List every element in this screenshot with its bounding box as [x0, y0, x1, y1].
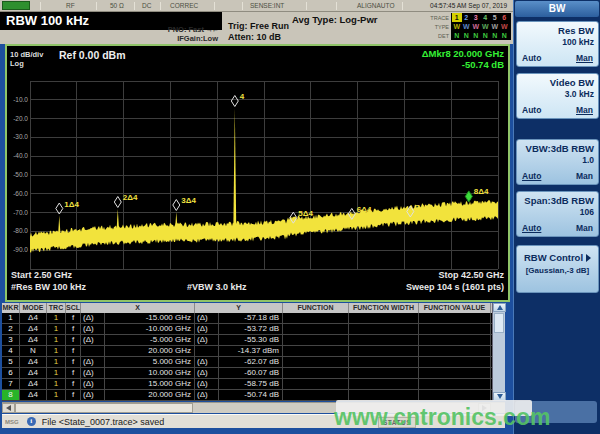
- cell: -10.000 GHz: [105, 324, 195, 334]
- cell: [283, 368, 349, 378]
- marker-diamond-8[interactable]: [465, 191, 472, 202]
- marker-table-row-5[interactable]: 5Δ41f(Δ)5.000 GHz(Δ)-62.07 dB: [2, 357, 505, 368]
- cell: Δ4: [20, 335, 47, 345]
- trace-1-indicator[interactable]: 1: [452, 13, 462, 22]
- cell: (Δ): [195, 357, 219, 367]
- trace-4-indicator[interactable]: 4: [481, 13, 491, 22]
- status-item-correc: CORREC: [170, 2, 198, 9]
- annotation-bar: RBW 100 kHz PNO: Fast →← IFGain:Low Trig…: [0, 12, 513, 44]
- col-header-mkr: MKR: [2, 303, 20, 313]
- lan-status-indicator: [2, 1, 30, 10]
- det-values[interactable]: NNNNNN: [451, 31, 511, 40]
- cell: -57.18 dB: [219, 313, 283, 323]
- marker-table-row-2[interactable]: 2Δ41f(Δ)-10.000 GHz(Δ)-53.72 dB: [2, 324, 505, 335]
- trace-6-indicator[interactable]: 6: [500, 13, 510, 22]
- cell: f: [66, 368, 81, 378]
- cell: [349, 313, 419, 323]
- marker-table-row-6[interactable]: 6Δ41f(Δ)10.000 GHz(Δ)-60.07 dB: [2, 368, 505, 379]
- trace-3-indicator[interactable]: 3: [471, 13, 481, 22]
- marker-label-7: 7Δ4: [415, 203, 430, 212]
- signal-spike-3: [175, 212, 178, 233]
- softkey-vbw-3db-rbw[interactable]: VBW:3dB RBW1.0AutoMan: [516, 139, 599, 185]
- cell: [349, 390, 419, 400]
- signal-spike-1: [58, 216, 61, 240]
- cell: [419, 313, 491, 323]
- softkey-auto-man: AutoMan: [522, 171, 593, 181]
- trace-values[interactable]: 123456: [451, 13, 511, 22]
- cell: [349, 379, 419, 389]
- trace-2-indicator[interactable]: 2: [462, 13, 472, 22]
- cell: -14.37 dBm: [219, 346, 283, 356]
- softkey-value: 100 kHz: [517, 36, 598, 47]
- cell: -58.75 dB: [219, 379, 283, 389]
- marker-diamond-3[interactable]: [173, 200, 180, 211]
- det-6-indicator[interactable]: N: [500, 31, 510, 40]
- auto-option[interactable]: Auto: [522, 171, 541, 181]
- vertical-scroll-thumb[interactable]: [494, 313, 504, 333]
- trace-indicator-block[interactable]: TRACE123456TYPEWWWWWWDETNNNNNN: [425, 13, 511, 40]
- man-option[interactable]: Man: [576, 53, 593, 63]
- scroll-up-icon[interactable]: [493, 303, 506, 312]
- type-values[interactable]: WWWWWW: [451, 22, 511, 31]
- y-axis-label: -90.0: [13, 246, 28, 253]
- auto-option[interactable]: Auto: [522, 105, 541, 115]
- softkey-auto-man: AutoMan: [522, 223, 593, 233]
- softkey-span-3db-rbw[interactable]: Span:3dB RBW106AutoMan: [516, 191, 599, 237]
- submenu-arrow-icon: [586, 254, 591, 262]
- softkey-title: Span:3dB RBW: [517, 192, 598, 206]
- cell: [419, 379, 491, 389]
- horizontal-scroll-thumb[interactable]: [15, 403, 193, 413]
- cell: (Δ): [195, 390, 219, 400]
- type-4-indicator[interactable]: W: [481, 22, 491, 31]
- cell: f: [66, 324, 81, 334]
- marker-table-row-1[interactable]: 1Δ41f(Δ)-15.000 GHz(Δ)-57.18 dB: [2, 313, 505, 324]
- cell: 1: [47, 368, 66, 378]
- y-axis-label: -20.0: [13, 115, 28, 122]
- det-4-indicator[interactable]: N: [481, 31, 491, 40]
- det-3-indicator[interactable]: N: [471, 31, 481, 40]
- det-5-indicator[interactable]: N: [490, 31, 500, 40]
- cell: (Δ): [81, 357, 105, 367]
- sweep-label: Sweep 104 s (1601 pts): [406, 282, 504, 292]
- type-1-indicator[interactable]: W: [452, 22, 462, 31]
- status-separator: [214, 2, 215, 10]
- status-separator: [96, 2, 97, 10]
- man-option[interactable]: Man: [576, 105, 593, 115]
- cell: f: [66, 390, 81, 400]
- man-option[interactable]: Man: [576, 171, 593, 181]
- marker-table-row-3[interactable]: 3Δ41f(Δ)-5.000 GHz(Δ)-55.30 dB: [2, 335, 505, 346]
- ref-level-label: Ref 0.00 dBm: [59, 49, 126, 61]
- type-2-indicator[interactable]: W: [462, 22, 472, 31]
- det-1-indicator[interactable]: N: [452, 31, 462, 40]
- marker-table-body: 1Δ41f(Δ)-15.000 GHz(Δ)-57.18 dB2Δ41f(Δ)-…: [2, 313, 505, 401]
- scroll-left-icon[interactable]: [2, 403, 15, 413]
- auto-option[interactable]: Auto: [522, 223, 541, 233]
- type-6-indicator[interactable]: W: [500, 22, 510, 31]
- auto-option[interactable]: Auto: [522, 53, 541, 63]
- cell: [349, 357, 419, 367]
- softkey-value: 1.0: [517, 154, 598, 165]
- trace-5-indicator[interactable]: 5: [490, 13, 500, 22]
- softkey-rbw-control[interactable]: RBW Control[Gaussian,-3 dB]: [516, 245, 599, 293]
- softkey-video-bw[interactable]: Video BW3.0 kHzAutoMan: [516, 73, 599, 119]
- softkey-res-bw[interactable]: Res BW100 kHzAutoMan: [516, 21, 599, 67]
- y-axis-label: -80.0: [13, 227, 28, 234]
- type-5-indicator[interactable]: W: [490, 22, 500, 31]
- table-vertical-scrollbar[interactable]: [492, 303, 505, 401]
- info-icon: [27, 417, 36, 426]
- cell: [283, 335, 349, 345]
- marker-diamond-2[interactable]: [114, 197, 121, 208]
- trace-trace-row: TRACE123456: [425, 13, 511, 22]
- type-3-indicator[interactable]: W: [471, 22, 481, 31]
- cell: (Δ): [81, 313, 105, 323]
- marker-diamond-4[interactable]: [231, 96, 238, 107]
- pno-annotation: PNO: Fast →← IFGain:Low: [118, 26, 218, 43]
- pno-label: PNO: Fast: [168, 25, 204, 34]
- cell: 3: [2, 335, 20, 345]
- marker-table-row-4[interactable]: 4N1f20.000 GHz-14.37 dBm: [2, 346, 505, 357]
- det-2-indicator[interactable]: N: [462, 31, 472, 40]
- pno-arrows-icon: →←: [206, 26, 218, 33]
- softkey-title: Res BW: [517, 22, 598, 36]
- marker-table-row-7[interactable]: 7Δ41f(Δ)15.000 GHz(Δ)-58.75 dB: [2, 379, 505, 390]
- man-option[interactable]: Man: [576, 223, 593, 233]
